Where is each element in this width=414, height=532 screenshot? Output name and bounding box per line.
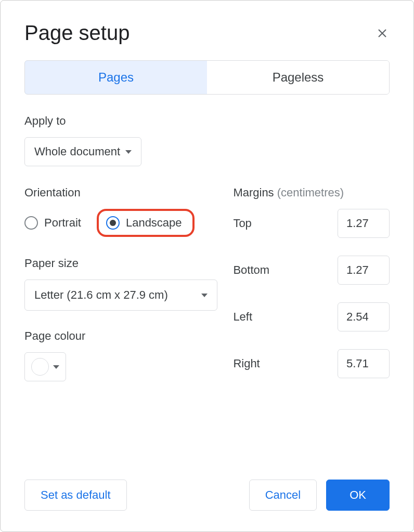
paper-size-section: Paper size Letter (21.6 cm x 27.9 cm)	[24, 257, 217, 311]
margin-bottom-input[interactable]	[338, 256, 390, 285]
chevron-down-icon	[53, 365, 59, 369]
radio-dot-icon	[110, 220, 116, 226]
margin-top-label: Top	[233, 217, 251, 230]
orientation-label: Orientation	[24, 186, 217, 200]
margin-left-row: Left	[233, 302, 390, 331]
margin-right-row: Right	[233, 349, 390, 378]
chevron-down-icon	[201, 294, 208, 297]
margins-label: Margins (centimetres)	[233, 186, 390, 200]
close-icon[interactable]	[375, 26, 390, 41]
tabs: Pages Pageless	[24, 60, 390, 95]
footer-right: Cancel OK	[249, 480, 390, 511]
paper-size-label: Paper size	[24, 257, 217, 270]
radio-circle-icon	[106, 216, 120, 230]
margin-bottom-row: Bottom	[233, 256, 390, 285]
landscape-label: Landscape	[126, 216, 182, 230]
radio-portrait[interactable]: Portrait	[24, 216, 81, 230]
ok-button[interactable]: OK	[326, 480, 390, 511]
landscape-highlight: Landscape	[97, 209, 195, 237]
dialog-footer: Set as default Cancel OK	[24, 480, 390, 511]
margins-unit: (centimetres)	[277, 186, 344, 199]
apply-to-value: Whole document	[34, 145, 120, 158]
margins-label-text: Margins	[233, 186, 274, 199]
chevron-down-icon	[125, 150, 132, 154]
cancel-button[interactable]: Cancel	[249, 480, 317, 511]
right-column: Margins (centimetres) Top Bottom Left Ri…	[233, 186, 390, 397]
left-column: Orientation Portrait Landscape Paper s	[24, 186, 217, 397]
paper-size-value: Letter (21.6 cm x 27.9 cm)	[34, 288, 168, 302]
page-colour-section: Page colour	[24, 329, 217, 381]
orientation-group: Portrait Landscape	[24, 209, 217, 237]
margin-right-input[interactable]	[338, 349, 390, 378]
portrait-label: Portrait	[44, 216, 81, 230]
radio-landscape[interactable]: Landscape	[106, 216, 182, 230]
margin-top-input[interactable]	[338, 209, 390, 238]
margin-top-row: Top	[233, 209, 390, 238]
page-setup-dialog: Page setup Pages Pageless Apply to Whole…	[0, 0, 414, 532]
margin-right-label: Right	[233, 357, 260, 370]
set-default-button[interactable]: Set as default	[24, 480, 127, 511]
dialog-title: Page setup	[24, 21, 130, 45]
colour-swatch-icon	[31, 358, 49, 376]
apply-to-label: Apply to	[24, 114, 390, 128]
page-colour-label: Page colour	[24, 329, 217, 343]
paper-size-dropdown[interactable]: Letter (21.6 cm x 27.9 cm)	[24, 280, 217, 311]
apply-to-section: Apply to Whole document	[24, 114, 390, 166]
margin-left-input[interactable]	[338, 302, 390, 331]
radio-circle-icon	[24, 216, 38, 230]
apply-to-dropdown[interactable]: Whole document	[24, 137, 141, 166]
page-colour-dropdown[interactable]	[24, 352, 66, 381]
tab-pageless[interactable]: Pageless	[207, 61, 389, 94]
tab-pages[interactable]: Pages	[24, 60, 208, 95]
margin-bottom-label: Bottom	[233, 263, 269, 277]
margin-left-label: Left	[233, 310, 252, 324]
content-columns: Orientation Portrait Landscape Paper s	[24, 186, 390, 397]
dialog-header: Page setup	[24, 21, 390, 45]
